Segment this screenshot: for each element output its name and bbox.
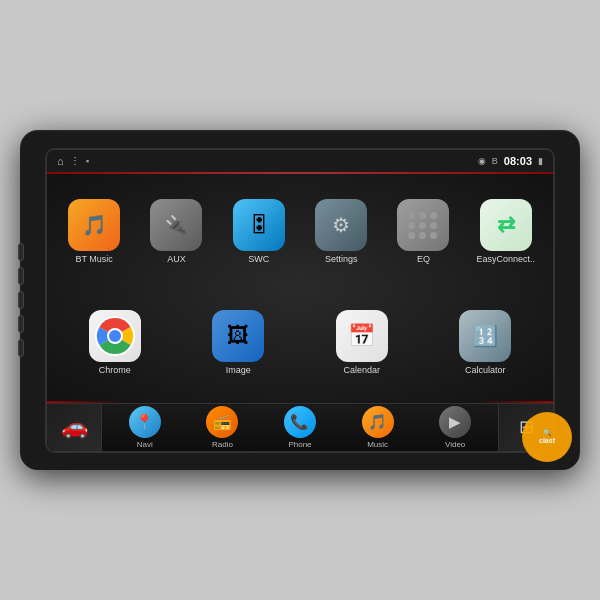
calculator-icon: 🔢 xyxy=(459,310,511,362)
navi-label: Navi xyxy=(137,440,153,449)
app-bt-music[interactable]: 🎵 BT Music xyxy=(59,199,129,264)
car-icon: 🚗 xyxy=(61,414,88,440)
image-icon: 🖼 xyxy=(212,310,264,362)
radio-label: Radio xyxy=(212,440,233,449)
taskbar-center: 📍 Navi 📻 Radio 📞 Phone xyxy=(102,406,498,449)
app-settings[interactable]: ⚙ Settings xyxy=(306,199,376,264)
app-calculator[interactable]: 🔢 Calculator xyxy=(450,310,520,375)
top-accent xyxy=(47,172,553,174)
app-calendar[interactable]: 📅 Calendar xyxy=(327,310,397,375)
aux-label: AUX xyxy=(167,254,186,264)
app-eq[interactable]: EQ xyxy=(388,199,458,264)
status-bar: ⌂ ⋮ ▪ ◉ B 08:03 ▮ xyxy=(47,150,553,172)
video-label: Video xyxy=(445,440,465,449)
side-btn-2[interactable] xyxy=(18,267,24,285)
app-row-2: Chrome 🖼 Image 📅 Calendar xyxy=(53,290,547,395)
taskbar-navi[interactable]: 📍 Navi xyxy=(129,406,161,449)
status-right: ◉ B 08:03 ▮ xyxy=(478,155,543,167)
bt-music-label: BT Music xyxy=(75,254,112,264)
side-btn-1[interactable] xyxy=(18,243,24,261)
easyconnect-icon: ⇄ xyxy=(480,199,532,251)
watermark-text: 🔍clasf xyxy=(539,429,555,444)
navi-icon: 📍 xyxy=(129,406,161,438)
screen: ⌂ ⋮ ▪ ◉ B 08:03 ▮ 🎵 BT Music xyxy=(45,148,555,453)
phone-label: Phone xyxy=(288,440,311,449)
calculator-label: Calculator xyxy=(465,365,506,375)
status-left: ⌂ ⋮ ▪ xyxy=(57,155,89,167)
app-row-1: 🎵 BT Music 🔌 AUX 🎛 SWC xyxy=(53,180,547,285)
app-chrome[interactable]: Chrome xyxy=(80,310,150,375)
image-label: Image xyxy=(226,365,251,375)
menu-dots[interactable]: ⋮ xyxy=(70,155,80,166)
taskbar-phone[interactable]: 📞 Phone xyxy=(284,406,316,449)
taskbar: 🚗 📍 Navi 📻 Radio xyxy=(47,403,553,451)
eq-icon xyxy=(397,199,449,251)
taskbar-radio[interactable]: 📻 Radio xyxy=(206,406,238,449)
car-head-unit: ⌂ ⋮ ▪ ◉ B 08:03 ▮ 🎵 BT Music xyxy=(20,130,580,470)
clock: 08:03 xyxy=(504,155,532,167)
eq-label: EQ xyxy=(417,254,430,264)
calendar-label: Calendar xyxy=(343,365,380,375)
settings-label: Settings xyxy=(325,254,358,264)
app-image[interactable]: 🖼 Image xyxy=(203,310,273,375)
app-easyconnect[interactable]: ⇄ EasyConnect.. xyxy=(471,199,541,264)
taskbar-music[interactable]: 🎵 Music xyxy=(362,406,394,449)
watermark: 🔍clasf xyxy=(522,412,572,462)
app-swc[interactable]: 🎛 SWC xyxy=(224,199,294,264)
app-grid: 🎵 BT Music 🔌 AUX 🎛 SWC xyxy=(47,172,553,403)
svg-point-2 xyxy=(109,330,121,342)
swc-icon: 🎛 xyxy=(233,199,285,251)
location-icon: ◉ xyxy=(478,156,486,166)
bt-music-icon: 🎵 xyxy=(68,199,120,251)
side-btn-5[interactable] xyxy=(18,339,24,357)
calendar-icon: 📅 xyxy=(336,310,388,362)
phone-icon: 📞 xyxy=(284,406,316,438)
music-icon: 🎵 xyxy=(362,406,394,438)
video-icon: ▶ xyxy=(439,406,471,438)
battery-icon: ▮ xyxy=(538,156,543,166)
app-aux[interactable]: 🔌 AUX xyxy=(141,199,211,264)
home-icon[interactable]: ⌂ xyxy=(57,155,64,167)
side-buttons xyxy=(18,243,24,357)
chrome-icon xyxy=(89,310,141,362)
settings-icon: ⚙ xyxy=(315,199,367,251)
bluetooth-icon: B xyxy=(492,156,498,166)
swc-label: SWC xyxy=(248,254,269,264)
side-btn-4[interactable] xyxy=(18,315,24,333)
side-btn-3[interactable] xyxy=(18,291,24,309)
easyconnect-label: EasyConnect.. xyxy=(477,254,536,264)
taskbar-left-btn[interactable]: 🚗 xyxy=(47,404,102,451)
chrome-label: Chrome xyxy=(99,365,131,375)
music-label: Music xyxy=(367,440,388,449)
notification-icon: ▪ xyxy=(86,156,89,166)
radio-icon: 📻 xyxy=(206,406,238,438)
aux-icon: 🔌 xyxy=(150,199,202,251)
taskbar-video[interactable]: ▶ Video xyxy=(439,406,471,449)
